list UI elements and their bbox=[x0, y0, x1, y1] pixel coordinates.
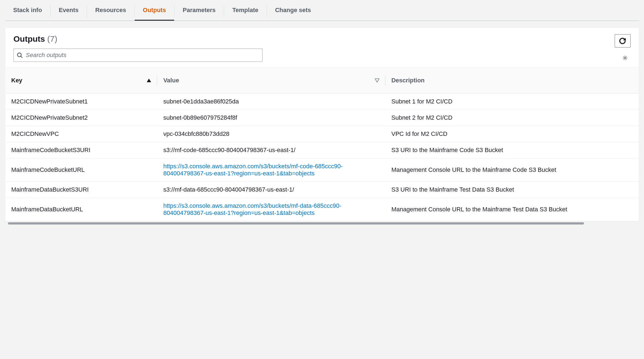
search-icon bbox=[17, 52, 23, 58]
col-header-description-label: Description bbox=[391, 77, 425, 84]
tab-parameters[interactable]: Parameters bbox=[174, 2, 224, 21]
sort-asc-icon bbox=[147, 78, 151, 83]
panel-header: Outputs (7) bbox=[5, 28, 639, 67]
tab-template[interactable]: Template bbox=[224, 2, 267, 21]
tab-change-sets[interactable]: Change sets bbox=[267, 2, 319, 21]
table-row: M2CICDNewPrivateSubnet1subnet-0e1dda3ae8… bbox=[5, 94, 639, 110]
cell-description: S3 URI to the Mainframe Code S3 Bucket bbox=[385, 142, 639, 158]
tab-events[interactable]: Events bbox=[50, 2, 87, 21]
search-input[interactable] bbox=[13, 49, 262, 62]
tab-resources[interactable]: Resources bbox=[87, 2, 134, 21]
tab-label: Resources bbox=[95, 7, 126, 13]
panel-count: (7) bbox=[47, 34, 57, 43]
cell-value: s3://mf-data-685ccc90-804004798367-us-ea… bbox=[157, 182, 385, 198]
table-row: M2CICDNewPrivateSubnet2subnet-0b89e60797… bbox=[5, 110, 639, 126]
svg-marker-3 bbox=[147, 79, 151, 82]
tab-stack-info[interactable]: Stack info bbox=[5, 2, 50, 21]
col-header-value-label: Value bbox=[163, 77, 179, 84]
svg-point-2 bbox=[624, 57, 626, 59]
tab-label: Events bbox=[59, 7, 78, 13]
table-row: M2CICDNewVPCvpc-034cbfc880b73dd28VPC Id … bbox=[5, 126, 639, 142]
tab-label: Change sets bbox=[275, 7, 311, 13]
cell-key: MainframeDataBucketURL bbox=[5, 198, 157, 221]
col-header-key-label: Key bbox=[11, 77, 22, 84]
outputs-panel: Outputs (7) bbox=[5, 27, 639, 225]
table-row: MainframeDataBucketURLhttps://s3.console… bbox=[5, 198, 639, 221]
settings-button[interactable] bbox=[621, 54, 629, 62]
tab-label: Stack info bbox=[13, 7, 42, 13]
tab-label: Outputs bbox=[143, 7, 166, 13]
refresh-icon bbox=[619, 37, 626, 44]
tab-outputs[interactable]: Outputs bbox=[135, 2, 174, 21]
value-link[interactable]: https://s3.console.aws.amazon.com/s3/buc… bbox=[163, 163, 343, 177]
gear-icon bbox=[622, 54, 628, 61]
outputs-table-wrap[interactable]: Key Value Description bbox=[5, 67, 639, 221]
col-header-value[interactable]: Value bbox=[157, 68, 385, 94]
table-row: MainframeCodeBucketURLhttps://s3.console… bbox=[5, 158, 639, 182]
cell-key: M2CICDNewPrivateSubnet2 bbox=[5, 110, 157, 126]
outputs-table: Key Value Description bbox=[5, 68, 639, 221]
tab-label: Parameters bbox=[183, 7, 216, 13]
cell-key: MainframeDataBucketS3URI bbox=[5, 182, 157, 198]
cell-description: VPC Id for M2 CI/CD bbox=[385, 126, 639, 142]
table-row: MainframeDataBucketS3URIs3://mf-data-685… bbox=[5, 182, 639, 198]
refresh-button[interactable] bbox=[615, 34, 631, 47]
cell-description: Management Console URL to the Mainframe … bbox=[385, 158, 639, 182]
table-header-row: Key Value Description bbox=[5, 68, 639, 94]
panel-title-text: Outputs bbox=[13, 34, 45, 43]
col-header-description[interactable]: Description bbox=[385, 68, 639, 94]
cell-key: M2CICDNewPrivateSubnet1 bbox=[5, 94, 157, 110]
cell-value: https://s3.console.aws.amazon.com/s3/buc… bbox=[157, 198, 385, 221]
cell-key: MainframeCodeBucketURL bbox=[5, 158, 157, 182]
svg-point-0 bbox=[18, 53, 21, 57]
tab-label: Template bbox=[232, 7, 258, 13]
sort-unsorted-icon bbox=[375, 78, 379, 83]
svg-marker-4 bbox=[375, 79, 379, 82]
horizontal-scrollbar[interactable] bbox=[5, 221, 639, 225]
tab-bar: Stack infoEventsResourcesOutputsParamete… bbox=[5, 0, 639, 21]
value-link[interactable]: https://s3.console.aws.amazon.com/s3/buc… bbox=[163, 202, 341, 216]
scrollbar-thumb[interactable] bbox=[8, 222, 584, 225]
cell-key: MainframeCodeBucketS3URI bbox=[5, 142, 157, 158]
cell-value: https://s3.console.aws.amazon.com/s3/buc… bbox=[157, 158, 385, 182]
svg-line-1 bbox=[21, 56, 22, 58]
cell-description: Management Console URL to the Mainframe … bbox=[385, 198, 639, 221]
cell-description: Subnet 2 for M2 CI/CD bbox=[385, 110, 639, 126]
cell-value: subnet-0e1dda3ae86f025da bbox=[157, 94, 385, 110]
cell-key: M2CICDNewVPC bbox=[5, 126, 157, 142]
cell-value: s3://mf-code-685ccc90-804004798367-us-ea… bbox=[157, 142, 385, 158]
cell-value: vpc-034cbfc880b73dd28 bbox=[157, 126, 385, 142]
panel-title: Outputs (7) bbox=[13, 34, 609, 44]
search-wrap bbox=[13, 49, 262, 62]
cell-description: Subnet 1 for M2 CI/CD bbox=[385, 94, 639, 110]
cell-value: subnet-0b89e607975284f8f bbox=[157, 110, 385, 126]
col-header-key[interactable]: Key bbox=[5, 68, 157, 94]
cell-description: S3 URI to the Mainframe Test Data S3 Buc… bbox=[385, 182, 639, 198]
table-row: MainframeCodeBucketS3URIs3://mf-code-685… bbox=[5, 142, 639, 158]
